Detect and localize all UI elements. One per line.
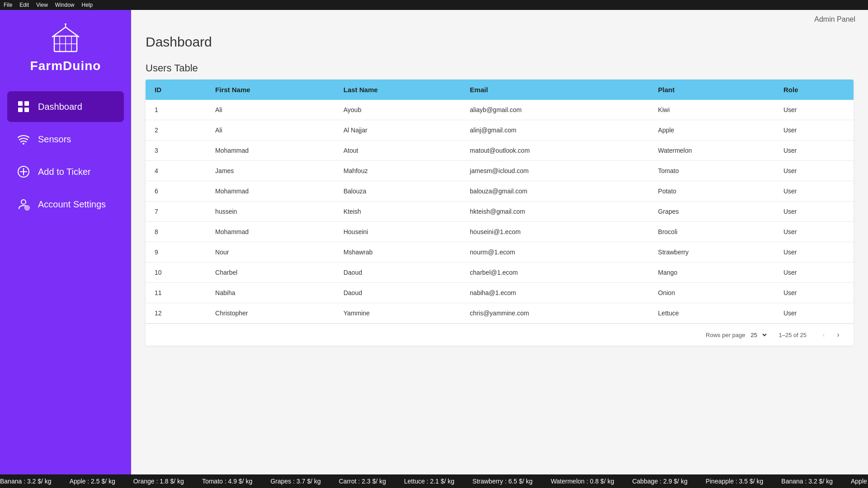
- cell-id: 6: [146, 181, 206, 202]
- ticker-item: Carrot : 2.3 $/ kg: [339, 478, 386, 485]
- logo-text: FarmDuino: [30, 59, 101, 73]
- menu-edit[interactable]: Edit: [19, 2, 29, 8]
- cell-plant: Potato: [649, 181, 774, 202]
- ticker-item: Cabbage : 2.9 $/ kg: [632, 478, 687, 485]
- col-plant: Plant: [649, 80, 774, 100]
- pagination-info: 1–25 of 25: [779, 332, 807, 338]
- table-row: 11NabihaDaoudnabiha@1.ecomOnionUser: [146, 283, 854, 303]
- cell-role: User: [774, 181, 854, 202]
- cell-first: Nour: [206, 242, 335, 263]
- svg-point-11: [23, 143, 24, 145]
- cell-first: Ali: [206, 120, 335, 141]
- sidebar-item-dashboard[interactable]: Dashboard: [7, 91, 124, 122]
- top-bar: Admin Panel: [131, 10, 868, 23]
- ticker-item: Lettuce : 2.1 $/ kg: [404, 478, 454, 485]
- cell-last: Daoud: [335, 263, 461, 283]
- ticker-item: Grapes : 3.7 $/ kg: [270, 478, 321, 485]
- sidebar-label-dashboard: Dashboard: [38, 102, 82, 112]
- cell-email: alinj@gmail.com: [461, 120, 649, 141]
- rows-per-page-select[interactable]: 25 50 100: [749, 331, 768, 339]
- cell-last: Houseini: [335, 222, 461, 242]
- prev-page-button[interactable]: ‹: [817, 328, 830, 341]
- cell-first: Nabiha: [206, 283, 335, 303]
- sidebar-item-account-settings[interactable]: Account Settings: [7, 189, 124, 220]
- user-icon: [16, 197, 31, 211]
- ticker-item: Strawberry : 6.5 $/ kg: [472, 478, 533, 485]
- menu-help[interactable]: Help: [82, 2, 93, 8]
- cell-role: User: [774, 120, 854, 141]
- ticker-item: Banana : 3.2 $/ kg: [781, 478, 833, 485]
- sidebar-label-account-settings: Account Settings: [38, 199, 106, 210]
- cell-first: Charbel: [206, 263, 335, 283]
- table-row: 9NourMshawrabnourm@1.ecomStrawberryUser: [146, 242, 854, 263]
- cell-last: Balouza: [335, 181, 461, 202]
- table-row: 1AliAyoubaliayb@gmail.comKiwiUser: [146, 100, 854, 120]
- cell-role: User: [774, 202, 854, 222]
- table-row: 6MohammadBalouzabalouza@gmail.comPotatoU…: [146, 181, 854, 202]
- table-row: 12ChristopherYamminechris@yammine.comLet…: [146, 303, 854, 324]
- menu-file[interactable]: File: [4, 2, 12, 8]
- sidebar-label-add-to-ticker: Add to Ticker: [38, 167, 91, 177]
- menu-bar: File Edit View Window Help: [0, 0, 868, 10]
- sidebar: FarmDuino Dashboard: [0, 10, 131, 474]
- cell-id: 9: [146, 242, 206, 263]
- cell-email: jamesm@icloud.com: [461, 161, 649, 181]
- menu-view[interactable]: View: [36, 2, 48, 8]
- ticker-item: Tomato : 4.9 $/ kg: [202, 478, 252, 485]
- users-table-container: ID First Name Last Name Email Plant Role…: [146, 80, 854, 346]
- cell-email: houseini@1.ecom: [461, 222, 649, 242]
- admin-panel-label: Admin Panel: [814, 15, 855, 23]
- table-row: 8MohammadHouseinihouseini@1.ecomBrocoliU…: [146, 222, 854, 242]
- cell-id: 8: [146, 222, 206, 242]
- cell-last: Al Najjar: [335, 120, 461, 141]
- cell-id: 1: [146, 100, 206, 120]
- rows-per-page-label: Rows per page: [706, 332, 745, 338]
- users-table: ID First Name Last Name Email Plant Role…: [146, 80, 854, 324]
- ticker-item: Orange : 1.8 $/ kg: [133, 478, 184, 485]
- menu-window[interactable]: Window: [55, 2, 75, 8]
- cell-plant: Onion: [649, 283, 774, 303]
- wifi-icon: [16, 132, 31, 146]
- cell-first: Mohammad: [206, 181, 335, 202]
- next-page-button[interactable]: ›: [832, 328, 844, 341]
- cell-plant: Kiwi: [649, 100, 774, 120]
- cell-plant: Grapes: [649, 202, 774, 222]
- cell-id: 7: [146, 202, 206, 222]
- cell-plant: Apple: [649, 120, 774, 141]
- ticker-item: Banana : 3.2 $/ kg: [0, 478, 52, 485]
- cell-plant: Tomato: [649, 161, 774, 181]
- cell-last: Daoud: [335, 283, 461, 303]
- ticker-inner: Banana : 3.2 $/ kgApple : 2.5 $/ kgOrang…: [0, 478, 868, 485]
- ticker-bar: Banana : 3.2 $/ kgApple : 2.5 $/ kgOrang…: [0, 474, 868, 488]
- page-title: Dashboard: [146, 34, 854, 50]
- cell-plant: Brocoli: [649, 222, 774, 242]
- ticker-item: Pineapple : 3.5 $/ kg: [706, 478, 764, 485]
- cell-email: matout@outlook.com: [461, 141, 649, 161]
- cell-email: aliayb@gmail.com: [461, 100, 649, 120]
- ticker-item: Apple : 2.5 $/ kg: [851, 478, 868, 485]
- sidebar-item-sensors[interactable]: Sensors: [7, 124, 124, 155]
- cell-email: chris@yammine.com: [461, 303, 649, 324]
- grid-icon: [16, 99, 31, 114]
- svg-rect-8: [24, 101, 29, 106]
- table-row: 3MohammadAtoutmatout@outlook.comWatermel…: [146, 141, 854, 161]
- svg-rect-7: [18, 101, 23, 106]
- table-row: 10CharbelDaoudcharbel@1.ecomMangoUser: [146, 263, 854, 283]
- cell-plant: Lettuce: [649, 303, 774, 324]
- rows-per-page: Rows per page 25 50 100: [706, 331, 768, 339]
- sidebar-item-add-to-ticker[interactable]: Add to Ticker: [7, 156, 124, 187]
- cell-last: Yammine: [335, 303, 461, 324]
- cell-role: User: [774, 242, 854, 263]
- cell-first: Christopher: [206, 303, 335, 324]
- cell-role: User: [774, 100, 854, 120]
- cell-email: charbel@1.ecom: [461, 263, 649, 283]
- cell-last: Mahfouz: [335, 161, 461, 181]
- cell-plant: Watermelon: [649, 141, 774, 161]
- add-icon: [16, 164, 31, 179]
- cell-role: User: [774, 263, 854, 283]
- cell-first: Mohammad: [206, 141, 335, 161]
- cell-first: hussein: [206, 202, 335, 222]
- svg-rect-9: [18, 108, 23, 112]
- cell-email: nourm@1.ecom: [461, 242, 649, 263]
- cell-id: 12: [146, 303, 206, 324]
